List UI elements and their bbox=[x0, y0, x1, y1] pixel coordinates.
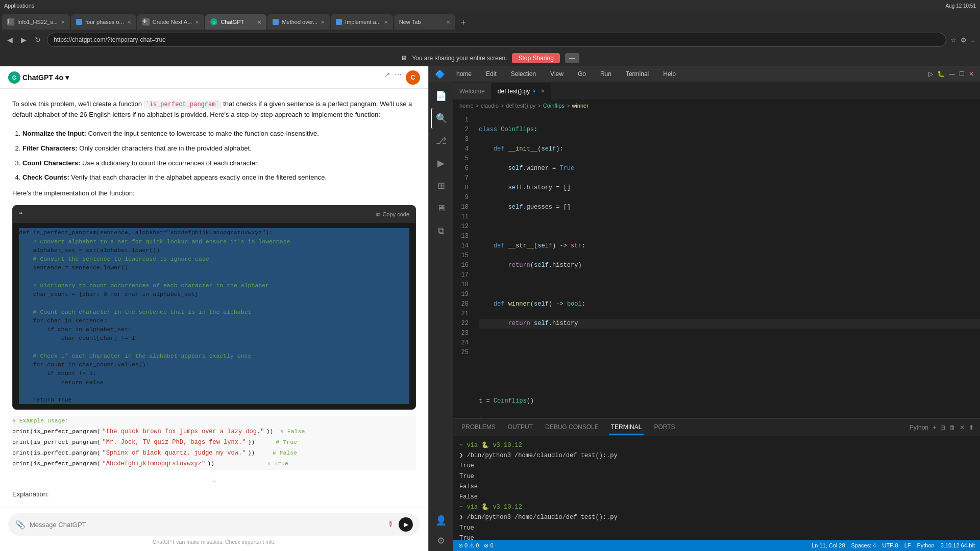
panel-tab-terminal[interactable]: TERMINAL bbox=[609, 420, 644, 435]
tab-close-deftest[interactable]: ✕ bbox=[541, 88, 545, 94]
tab-close-3[interactable]: ✕ bbox=[195, 19, 199, 25]
bc-sep1: > bbox=[476, 103, 479, 109]
editor-tab-deftest[interactable]: def test():py ● ✕ bbox=[492, 83, 551, 99]
code-block: ❝ ⧉ Copy code def is_perfect_pangram(sen… bbox=[12, 205, 416, 410]
code-line-15: # Check if each character in the alphabe… bbox=[19, 352, 409, 360]
tab-close-chatgpt[interactable]: ✕ bbox=[257, 19, 261, 25]
tab-label-6: Implement a... bbox=[345, 19, 381, 25]
share-icon[interactable]: ↗ bbox=[384, 70, 390, 85]
statusbar-right: Ln 11, Col 28 Spaces: 4 UTF-8 LF Python … bbox=[812, 542, 975, 548]
model-dropdown-icon: ▾ bbox=[65, 73, 69, 82]
menu-icon[interactable]: ≡ bbox=[971, 36, 975, 44]
maximize-btn[interactable]: ☐ bbox=[959, 70, 965, 78]
activity-git[interactable]: ⎇ bbox=[431, 131, 451, 151]
panel-tab-output[interactable]: OUTPUT bbox=[506, 420, 535, 435]
browser-tab-1[interactable]: ℹ Info1_HS22_s... ✕ bbox=[2, 14, 70, 30]
breadcrumb: home > claudio > def test():py > Coinfli… bbox=[453, 100, 980, 111]
bc-sep3: > bbox=[537, 103, 541, 109]
user-avatar[interactable]: C bbox=[406, 70, 420, 85]
dots-icon[interactable]: ⋯ bbox=[395, 70, 402, 85]
terminal-split-btn[interactable]: ⊟ bbox=[940, 424, 945, 431]
line-numbers: 12345 678910 1112131415 1617181920 21222… bbox=[453, 111, 474, 418]
explanation-label: Explanation: bbox=[12, 489, 416, 500]
term-line-3: True bbox=[459, 461, 974, 471]
step-1-desc: Convert the input sentence to lowercase … bbox=[88, 130, 319, 137]
tab-label-2: four phases o... bbox=[85, 19, 124, 25]
extensions-icon[interactable]: ⚙ bbox=[961, 36, 967, 44]
bc-claudio[interactable]: claudio bbox=[481, 103, 499, 109]
bookmark-icon[interactable]: ☆ bbox=[950, 36, 957, 44]
term-line-8: ❯ /bin/python3 /home/claudio/def test():… bbox=[459, 513, 974, 522]
ln-14 bbox=[479, 377, 980, 387]
impl-label: Here's the implementation of the functio… bbox=[12, 188, 416, 199]
code-plain-block: # Example usage: print(is_perfect_pangra… bbox=[12, 416, 416, 471]
terminal-maximize-btn[interactable]: ⬆ bbox=[969, 424, 974, 431]
menu-view[interactable]: View bbox=[547, 68, 567, 80]
vscode-window-controls: ▷ 🐛 — ☐ ✕ bbox=[928, 70, 974, 78]
new-tab-button[interactable]: + bbox=[456, 15, 471, 30]
back-button[interactable]: ◀ bbox=[5, 34, 15, 46]
menu-selection[interactable]: Selection bbox=[508, 68, 539, 80]
activity-bottom: 👤 ⚙ bbox=[431, 510, 451, 551]
panel-tab-ports[interactable]: PORTS bbox=[652, 420, 677, 435]
browser-tab-chatgpt[interactable]: G ChatGPT ✕ bbox=[205, 14, 266, 30]
menu-file[interactable]: home bbox=[453, 68, 475, 80]
menu-edit[interactable]: Edit bbox=[483, 68, 500, 80]
activity-test[interactable]: ⧉ bbox=[431, 220, 451, 241]
activity-debug[interactable]: ▶ bbox=[431, 153, 451, 173]
menu-run[interactable]: Run bbox=[597, 68, 615, 80]
tab-close-1[interactable]: ✕ bbox=[61, 19, 65, 25]
bc-file[interactable]: def test():py bbox=[506, 103, 535, 109]
term-cmd-1: ❯ /bin/python3 /home/claudio/def test():… bbox=[459, 452, 618, 459]
os-applications-label[interactable]: Applications bbox=[4, 3, 34, 9]
menu-go[interactable]: Go bbox=[575, 68, 589, 80]
tab-close-6[interactable]: ✕ bbox=[384, 19, 388, 25]
ln-2: def __init__(self): bbox=[479, 144, 980, 154]
menu-help[interactable]: Help bbox=[660, 68, 679, 80]
panel-tab-problems[interactable]: PROBLEMS bbox=[459, 420, 498, 435]
close-btn[interactable]: ✕ bbox=[969, 70, 974, 78]
menu-terminal[interactable]: Terminal bbox=[623, 68, 652, 80]
terminal-close-btn[interactable]: ✕ bbox=[960, 424, 965, 431]
activity-accounts[interactable]: 👤 bbox=[431, 510, 451, 531]
attach-icon[interactable]: 📎 bbox=[15, 520, 26, 530]
model-selector[interactable]: G ChatGPT 4o ▾ bbox=[8, 71, 69, 84]
ln-6 bbox=[479, 222, 980, 232]
activity-extensions[interactable]: ⊞ bbox=[431, 176, 451, 196]
activity-explorer[interactable]: 📄 bbox=[431, 86, 451, 106]
activity-search[interactable]: 🔍 bbox=[431, 108, 451, 129]
record-icon[interactable]: 🎙 bbox=[387, 520, 395, 529]
minimize-btn[interactable]: — bbox=[949, 70, 955, 78]
browser-tab-6[interactable]: Implement a... ✕ bbox=[331, 14, 393, 30]
tab-close-2[interactable]: ✕ bbox=[127, 19, 131, 25]
run-icon[interactable]: ▷ bbox=[928, 70, 933, 78]
copy-code-button[interactable]: ⧉ Copy code bbox=[376, 211, 409, 218]
activity-remote[interactable]: 🖥 bbox=[431, 198, 451, 218]
refresh-button[interactable]: ↻ bbox=[33, 34, 43, 46]
tab-close-newtab[interactable]: ✕ bbox=[446, 19, 450, 25]
stop-sharing-button[interactable]: Stop Sharing bbox=[512, 53, 559, 63]
editor-tab-welcome[interactable]: Welcome bbox=[453, 83, 492, 99]
browser-tab-3[interactable]: ✚ Create Next A... ✕ bbox=[137, 14, 205, 30]
bc-coinflips[interactable]: Coinflips bbox=[543, 103, 565, 109]
browser-tab-5[interactable]: Method over... ✕ bbox=[267, 14, 330, 30]
browser-tab-2[interactable]: four phases o... ✕ bbox=[71, 14, 136, 30]
send-icon[interactable]: ▶ bbox=[399, 517, 413, 532]
code-line-4: # Convert the sentence to lowercase to i… bbox=[19, 255, 409, 263]
url-box[interactable]: https://chatgpt.com/?temporary-chat=true bbox=[47, 33, 946, 47]
hide-sharing-bar-button[interactable]: — bbox=[565, 53, 579, 63]
panel-tab-debug[interactable]: DEBUG CONSOLE bbox=[543, 420, 601, 435]
terminal-trash-btn[interactable]: 🗑 bbox=[949, 424, 955, 431]
tab-close-5[interactable]: ✕ bbox=[321, 19, 325, 25]
debug-icon[interactable]: 🐛 bbox=[937, 70, 945, 78]
activity-settings[interactable]: ⚙ bbox=[431, 531, 451, 551]
bc-home[interactable]: home bbox=[459, 103, 474, 109]
chat-input[interactable] bbox=[30, 521, 383, 529]
vscode-icon: 🔷 bbox=[435, 69, 445, 79]
forward-button[interactable]: ▶ bbox=[19, 34, 29, 46]
terminal-add-btn[interactable]: + bbox=[933, 424, 936, 431]
bc-winner[interactable]: winner bbox=[572, 103, 588, 109]
browser-tab-newtab[interactable]: New Tab ✕ bbox=[394, 14, 455, 30]
step-4: Check Counts: Verify that each character… bbox=[22, 172, 416, 183]
address-bar-icons: ☆ ⚙ ≡ bbox=[950, 36, 975, 44]
